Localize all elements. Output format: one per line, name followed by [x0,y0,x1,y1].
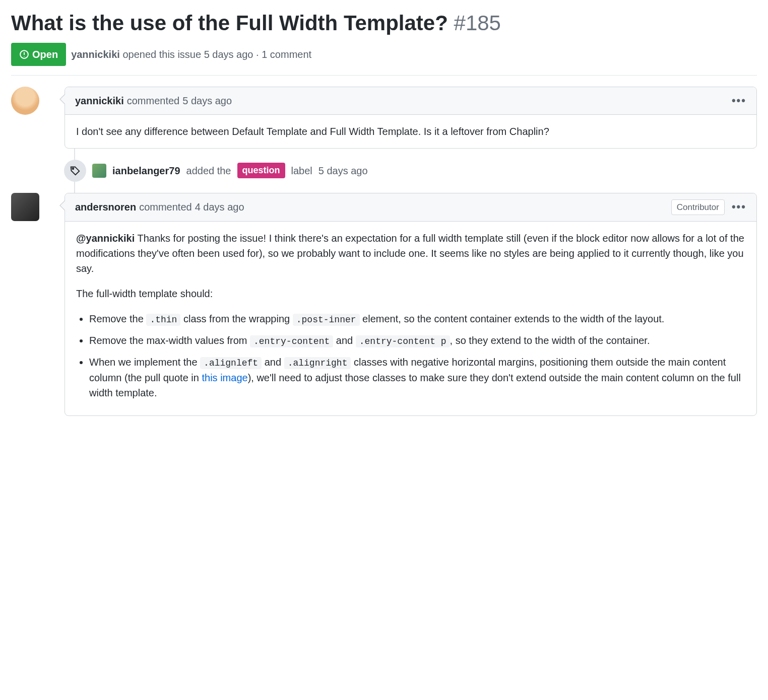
state-badge-label: Open [32,47,58,62]
text: Thanks for posting the issue! I think th… [76,233,744,274]
code-inline: .alignright [284,357,351,369]
event-verb: added the [186,163,231,178]
issue-byline: yannickiki opened this issue 5 days ago … [71,47,311,62]
text: and [333,335,355,346]
event-when: 5 days ago [318,163,368,178]
code-inline: .alignleft [200,357,262,369]
text: Remove the max-width values from [89,335,250,346]
comment-header: andersnoren commented 4 days ago Contrib… [65,193,756,222]
role-badge-contributor: Contributor [671,199,725,216]
issue-opened-when: 5 days ago [204,49,253,60]
comment-block: andersnoren commented 4 days ago Contrib… [65,193,757,416]
comment-actions-menu[interactable]: ••• [732,95,746,106]
comment-header: yannickiki commented 5 days ago ••• [65,87,756,115]
text: When we implement the [89,357,200,368]
comment-body: @yannickiki Thanks for posting the issue… [65,222,756,415]
text: and [262,357,284,368]
avatar[interactable] [11,87,39,115]
timeline-event-label: ianbelanger79 added the question label 5… [65,160,757,182]
comment-verb: commented [139,199,192,215]
comment-list: Remove the .thin class from the wrapping… [76,311,745,400]
avatar[interactable] [92,164,106,178]
list-item: Remove the max-width values from .entry-… [89,333,745,348]
issue-number: #185 [454,11,501,35]
list-item: When we implement the .alignleft and .al… [89,355,745,400]
avatar[interactable] [11,193,39,221]
event-author-link[interactable]: ianbelanger79 [112,163,180,178]
tag-icon [64,160,86,182]
comment-author-link[interactable]: yannickiki [75,93,124,108]
text: class from the wrapping [180,313,292,324]
text: Remove the [89,313,146,324]
list-item: Remove the .thin class from the wrapping… [89,311,745,327]
issue-opened-verb: opened this issue [122,49,201,60]
issue-title: What is the use of the Full Width Templa… [11,10,757,37]
comment-block: yannickiki commented 5 days ago ••• I do… [65,87,757,149]
link-this-image[interactable]: this image [202,372,247,383]
svg-point-2 [24,56,25,57]
issue-comment-count: 1 comment [262,49,311,60]
code-inline: .entry-content p [356,335,450,347]
svg-point-3 [73,168,74,169]
event-suffix: label [291,163,312,178]
comment-author-link[interactable]: andersnoren [75,199,136,215]
comment-body: I don't see any difference between Defau… [65,115,756,148]
comment: yannickiki commented 5 days ago ••• I do… [65,87,757,149]
comment-verb: commented [127,93,180,108]
comment-when: 4 days ago [195,199,244,215]
code-inline: .post-inner [293,314,360,326]
comment-paragraph: The full-width template should: [76,286,745,301]
label-pill-question[interactable]: question [237,163,285,178]
issue-opener-link[interactable]: yannickiki [71,49,120,60]
issue-open-icon [19,49,29,59]
state-badge-open: Open [11,43,66,66]
comment-text: I don't see any difference between Defau… [76,124,745,139]
comment-actions-menu[interactable]: ••• [732,201,746,213]
issue-meta-row: Open yannickiki opened this issue 5 days… [11,43,757,76]
text: element, so the content container extend… [360,313,665,324]
comment-paragraph: @yannickiki Thanks for posting the issue… [76,231,745,276]
comment: andersnoren commented 4 days ago Contrib… [65,193,757,416]
text: , so they extend to the width of the con… [450,335,650,346]
user-mention[interactable]: @yannickiki [76,233,135,244]
code-inline: .entry-content [250,335,333,347]
code-inline: .thin [146,314,180,326]
comment-when: 5 days ago [182,93,232,108]
issue-title-text: What is the use of the Full Width Templa… [11,11,448,35]
